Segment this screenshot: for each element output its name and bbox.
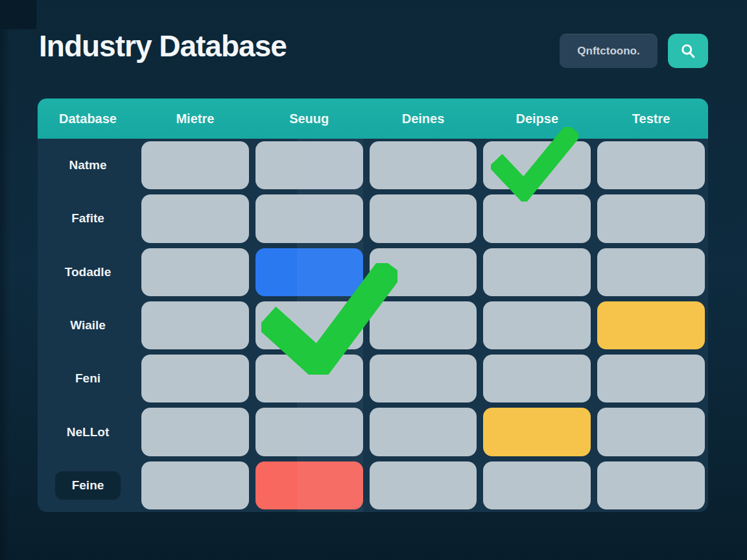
cell-nellot-deipse[interactable] — [480, 405, 594, 458]
cell-fill-yellow — [483, 408, 591, 456]
cell-wiaile-testre[interactable] — [594, 299, 708, 352]
cell-feine-deipse[interactable] — [480, 459, 594, 512]
cell-nellot-mietre[interactable] — [138, 405, 252, 458]
cell-feine-testre[interactable] — [594, 459, 708, 512]
cell-fill-gray — [141, 141, 249, 189]
cell-nellot-testre[interactable] — [594, 405, 708, 458]
cell-fill-gray — [483, 141, 591, 189]
row-label-text: Feine — [55, 471, 121, 500]
background-corner-patch — [0, 0, 36, 29]
cell-fill-gray — [597, 355, 705, 402]
cell-fill-gray — [370, 408, 477, 456]
cell-natme-deipse[interactable] — [480, 139, 594, 192]
cell-fill-gray — [255, 194, 363, 242]
row-label-fafite: Fafite — [38, 192, 138, 245]
search-button[interactable] — [668, 34, 708, 68]
cell-fill-gray — [141, 248, 249, 296]
cell-fill-gray — [141, 194, 249, 242]
cell-fill-gray — [483, 301, 591, 349]
cell-todadle-deipse[interactable] — [480, 246, 594, 299]
row-label-text: Wiaile — [70, 318, 106, 332]
cell-wiaile-mietre[interactable] — [138, 299, 252, 352]
cell-wiaile-deipse[interactable] — [480, 299, 594, 352]
cell-fill-gray — [255, 408, 363, 456]
cell-fill-gray — [141, 408, 249, 456]
cell-feine-deines[interactable] — [366, 459, 480, 512]
page-title: Industry Database — [39, 29, 287, 64]
cell-fill-gray — [255, 301, 363, 349]
options-button[interactable]: Qnftctoono. — [560, 34, 658, 68]
cell-fill-gray — [141, 301, 249, 349]
row-label-text: Todadle — [65, 265, 111, 279]
cell-todadle-testre[interactable] — [594, 246, 708, 299]
cell-fill-gray — [597, 194, 705, 242]
cell-fill-gray — [483, 355, 591, 402]
row-label-natme: Natme — [38, 139, 138, 192]
cell-feine-mietre[interactable] — [138, 459, 252, 512]
cell-fill-red — [255, 461, 363, 509]
cell-wiaile-deines[interactable] — [366, 299, 480, 352]
cell-nellot-seuug[interactable] — [252, 405, 366, 458]
column-header-seuug: Seuug — [252, 99, 366, 139]
cell-fill-gray — [483, 461, 591, 509]
cell-fill-gray — [483, 248, 591, 296]
cell-nellot-deines[interactable] — [366, 405, 480, 458]
cell-fill-gray — [255, 141, 363, 189]
cell-fafite-testre[interactable] — [594, 192, 708, 245]
cell-fill-gray — [597, 248, 705, 296]
cell-fill-gray — [597, 141, 705, 189]
cell-fill-gray — [141, 355, 249, 402]
cell-feni-mietre[interactable] — [138, 352, 252, 405]
column-header-deipse: Deipse — [480, 99, 594, 139]
cell-fill-gray — [370, 461, 477, 509]
cell-natme-seuug[interactable] — [252, 139, 366, 192]
search-icon — [679, 42, 697, 60]
table-body: NatmeFafiteTodadleWiaileFeniNeLLotFeine — [38, 139, 708, 512]
cell-fill-gray — [370, 301, 477, 349]
cell-feni-deipse[interactable] — [480, 352, 594, 405]
cell-fafite-deines[interactable] — [366, 192, 480, 245]
cell-todadle-seuug[interactable] — [252, 246, 366, 299]
cell-fill-gray — [141, 461, 249, 509]
cell-feni-testre[interactable] — [594, 352, 708, 405]
row-label-nellot: NeLLot — [38, 405, 138, 458]
cell-fill-gray — [370, 248, 477, 296]
column-header-testre: Testre — [594, 99, 708, 139]
row-label-text: Fafite — [71, 211, 104, 226]
cell-fill-gray — [370, 141, 477, 189]
column-header-mietre: Mietre — [138, 99, 252, 139]
cell-fafite-mietre[interactable] — [138, 192, 252, 245]
cell-fafite-seuug[interactable] — [252, 192, 366, 245]
cell-natme-testre[interactable] — [594, 139, 708, 192]
row-label-todadle: Todadle — [38, 246, 138, 299]
cell-fill-blue — [255, 248, 363, 296]
cell-fafite-deipse[interactable] — [480, 192, 594, 245]
cell-feni-seuug[interactable] — [252, 352, 366, 405]
cell-natme-deines[interactable] — [366, 139, 480, 192]
column-header-database: Database — [38, 99, 138, 139]
row-label-wiaile: Wiaile — [38, 299, 138, 352]
cell-todadle-deines[interactable] — [366, 246, 480, 299]
cell-fill-gray — [597, 461, 705, 509]
cell-natme-mietre[interactable] — [138, 139, 252, 192]
cell-feni-deines[interactable] — [366, 352, 480, 405]
industry-table: DatabaseMietreSeuugDeinesDeipseTestre Na… — [38, 99, 708, 512]
cell-fill-gray — [370, 194, 477, 242]
cell-fill-gray — [483, 194, 591, 242]
cell-fill-gray — [370, 355, 477, 402]
cell-todadle-mietre[interactable] — [138, 246, 252, 299]
table-header-row: DatabaseMietreSeuugDeinesDeipseTestre — [38, 99, 708, 139]
row-label-feine: Feine — [38, 459, 138, 512]
cell-feine-seuug[interactable] — [252, 459, 366, 512]
column-header-deines: Deines — [366, 99, 480, 139]
row-label-text: NeLLot — [67, 425, 109, 439]
cell-fill-gray — [255, 355, 363, 402]
row-label-feni: Feni — [38, 352, 138, 405]
cell-fill-yellow — [597, 301, 705, 349]
row-label-text: Natme — [69, 158, 106, 172]
cell-fill-gray — [597, 408, 705, 456]
row-label-text: Feni — [75, 371, 101, 386]
cell-wiaile-seuug[interactable] — [252, 299, 366, 352]
